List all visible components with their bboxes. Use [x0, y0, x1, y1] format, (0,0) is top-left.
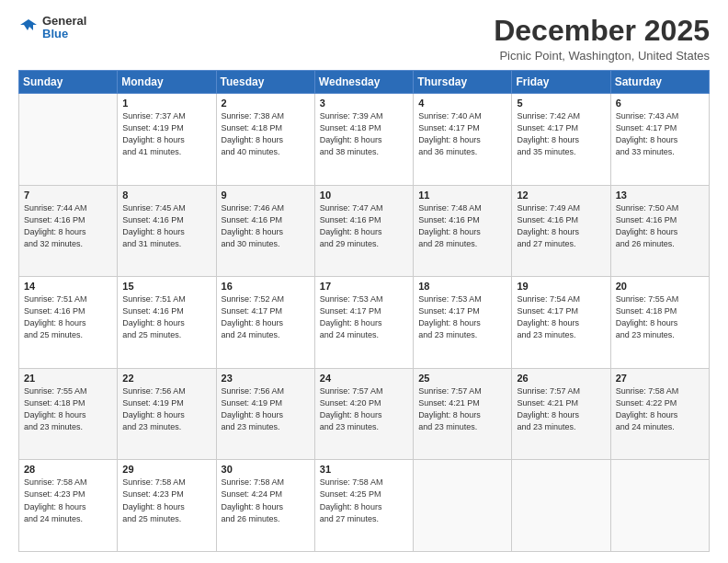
- day-info: Sunrise: 7:45 AMSunset: 4:16 PMDaylight:…: [122, 202, 211, 250]
- day-number: 18: [418, 281, 507, 292]
- day-number: 31: [320, 464, 409, 475]
- day-info: Sunrise: 7:49 AMSunset: 4:16 PMDaylight:…: [517, 202, 606, 250]
- day-info: Sunrise: 7:57 AMSunset: 4:21 PMDaylight:…: [517, 385, 606, 433]
- day-info: Sunrise: 7:39 AMSunset: 4:18 PMDaylight:…: [320, 110, 409, 158]
- day-number: 9: [222, 190, 311, 201]
- day-number: 27: [616, 373, 705, 384]
- calendar-cell: 10Sunrise: 7:47 AMSunset: 4:16 PMDayligh…: [314, 185, 413, 277]
- day-number: 1: [122, 98, 211, 109]
- calendar-cell: [414, 460, 512, 552]
- day-info: Sunrise: 7:51 AMSunset: 4:16 PMDaylight:…: [24, 293, 113, 341]
- header-tuesday: Tuesday: [216, 71, 314, 94]
- calendar-cell: 11Sunrise: 7:48 AMSunset: 4:16 PMDayligh…: [414, 185, 512, 277]
- week-row-4: 21Sunrise: 7:55 AMSunset: 4:18 PMDayligh…: [19, 368, 710, 460]
- week-row-1: 1Sunrise: 7:37 AMSunset: 4:19 PMDaylight…: [19, 94, 710, 186]
- logo-text: General Blue: [42, 15, 86, 41]
- day-number: 14: [24, 281, 113, 292]
- calendar-cell: 21Sunrise: 7:55 AMSunset: 4:18 PMDayligh…: [19, 368, 118, 460]
- title-block: December 2025 Picnic Point, Washington, …: [494, 15, 710, 63]
- day-number: 15: [122, 281, 211, 292]
- day-number: 23: [222, 373, 311, 384]
- day-number: 20: [616, 281, 705, 292]
- day-info: Sunrise: 7:47 AMSunset: 4:16 PMDaylight:…: [320, 202, 409, 250]
- logo-general: General: [42, 15, 86, 28]
- day-number: 6: [616, 98, 705, 109]
- day-number: 17: [320, 281, 409, 292]
- calendar-cell: 12Sunrise: 7:49 AMSunset: 4:16 PMDayligh…: [512, 185, 610, 277]
- day-info: Sunrise: 7:46 AMSunset: 4:16 PMDaylight:…: [222, 202, 311, 250]
- day-info: Sunrise: 7:58 AMSunset: 4:23 PMDaylight:…: [122, 477, 211, 524]
- day-info: Sunrise: 7:52 AMSunset: 4:17 PMDaylight:…: [222, 293, 311, 341]
- day-number: 4: [418, 98, 507, 109]
- header: General Blue December 2025 Picnic Point,…: [18, 15, 710, 63]
- calendar-cell: 8Sunrise: 7:45 AMSunset: 4:16 PMDaylight…: [118, 185, 216, 277]
- calendar-cell: 31Sunrise: 7:58 AMSunset: 4:25 PMDayligh…: [314, 460, 413, 552]
- day-info: Sunrise: 7:40 AMSunset: 4:17 PMDaylight:…: [418, 110, 507, 158]
- day-number: 16: [222, 281, 311, 292]
- calendar-cell: 28Sunrise: 7:58 AMSunset: 4:23 PMDayligh…: [19, 460, 118, 552]
- day-info: Sunrise: 7:53 AMSunset: 4:17 PMDaylight:…: [320, 293, 409, 341]
- calendar-cell: 20Sunrise: 7:55 AMSunset: 4:18 PMDayligh…: [610, 277, 709, 369]
- day-number: 19: [517, 281, 606, 292]
- calendar-cell: 18Sunrise: 7:53 AMSunset: 4:17 PMDayligh…: [414, 277, 512, 369]
- day-number: 13: [616, 190, 705, 201]
- day-info: Sunrise: 7:58 AMSunset: 4:23 PMDaylight:…: [24, 477, 113, 524]
- day-info: Sunrise: 7:58 AMSunset: 4:25 PMDaylight:…: [320, 477, 409, 524]
- day-info: Sunrise: 7:57 AMSunset: 4:21 PMDaylight:…: [418, 385, 507, 433]
- day-number: 28: [24, 464, 113, 475]
- day-number: 8: [122, 190, 211, 201]
- day-info: Sunrise: 7:55 AMSunset: 4:18 PMDaylight:…: [616, 293, 705, 341]
- day-number: 10: [320, 190, 409, 201]
- day-info: Sunrise: 7:57 AMSunset: 4:20 PMDaylight:…: [320, 385, 409, 433]
- header-thursday: Thursday: [414, 71, 512, 94]
- day-info: Sunrise: 7:43 AMSunset: 4:17 PMDaylight:…: [616, 110, 705, 158]
- day-number: 7: [24, 190, 113, 201]
- calendar-cell: 30Sunrise: 7:58 AMSunset: 4:24 PMDayligh…: [216, 460, 314, 552]
- day-info: Sunrise: 7:51 AMSunset: 4:16 PMDaylight:…: [122, 293, 211, 341]
- day-info: Sunrise: 7:44 AMSunset: 4:16 PMDaylight:…: [24, 202, 113, 250]
- calendar-cell: 24Sunrise: 7:57 AMSunset: 4:20 PMDayligh…: [314, 368, 413, 460]
- calendar-cell: 13Sunrise: 7:50 AMSunset: 4:16 PMDayligh…: [610, 185, 709, 277]
- week-row-3: 14Sunrise: 7:51 AMSunset: 4:16 PMDayligh…: [19, 277, 710, 369]
- calendar-cell: 2Sunrise: 7:38 AMSunset: 4:18 PMDaylight…: [216, 94, 314, 186]
- calendar-cell: 17Sunrise: 7:53 AMSunset: 4:17 PMDayligh…: [314, 277, 413, 369]
- day-info: Sunrise: 7:55 AMSunset: 4:18 PMDaylight:…: [24, 385, 113, 433]
- day-number: 25: [418, 373, 507, 384]
- header-sunday: Sunday: [19, 71, 118, 94]
- day-number: 26: [517, 373, 606, 384]
- header-friday: Friday: [512, 71, 610, 94]
- header-wednesday: Wednesday: [314, 71, 413, 94]
- day-number: 12: [517, 190, 606, 201]
- day-number: 5: [517, 98, 606, 109]
- calendar-cell: [19, 94, 118, 186]
- day-number: 30: [222, 464, 311, 475]
- calendar-cell: 16Sunrise: 7:52 AMSunset: 4:17 PMDayligh…: [216, 277, 314, 369]
- day-number: 2: [222, 98, 311, 109]
- calendar-cell: 26Sunrise: 7:57 AMSunset: 4:21 PMDayligh…: [512, 368, 610, 460]
- calendar-header-row: SundayMondayTuesdayWednesdayThursdayFrid…: [19, 71, 710, 94]
- day-number: 29: [122, 464, 211, 475]
- day-info: Sunrise: 7:50 AMSunset: 4:16 PMDaylight:…: [616, 202, 705, 250]
- calendar-cell: 5Sunrise: 7:42 AMSunset: 4:17 PMDaylight…: [512, 94, 610, 186]
- calendar-cell: 23Sunrise: 7:56 AMSunset: 4:19 PMDayligh…: [216, 368, 314, 460]
- subtitle: Picnic Point, Washington, United States: [494, 49, 710, 63]
- day-info: Sunrise: 7:56 AMSunset: 4:19 PMDaylight:…: [222, 385, 311, 433]
- day-info: Sunrise: 7:54 AMSunset: 4:17 PMDaylight:…: [517, 293, 606, 341]
- svg-marker-0: [20, 19, 37, 30]
- calendar-table: SundayMondayTuesdayWednesdayThursdayFrid…: [18, 70, 710, 552]
- week-row-2: 7Sunrise: 7:44 AMSunset: 4:16 PMDaylight…: [19, 185, 710, 277]
- calendar-cell: 4Sunrise: 7:40 AMSunset: 4:17 PMDaylight…: [414, 94, 512, 186]
- calendar-cell: 6Sunrise: 7:43 AMSunset: 4:17 PMDaylight…: [610, 94, 709, 186]
- calendar-cell: 7Sunrise: 7:44 AMSunset: 4:16 PMDaylight…: [19, 185, 118, 277]
- calendar-cell: [610, 460, 709, 552]
- calendar-cell: 1Sunrise: 7:37 AMSunset: 4:19 PMDaylight…: [118, 94, 216, 186]
- day-info: Sunrise: 7:58 AMSunset: 4:22 PMDaylight:…: [616, 385, 705, 433]
- day-number: 11: [418, 190, 507, 201]
- calendar-cell: 3Sunrise: 7:39 AMSunset: 4:18 PMDaylight…: [314, 94, 413, 186]
- day-info: Sunrise: 7:37 AMSunset: 4:19 PMDaylight:…: [122, 110, 211, 158]
- calendar-cell: 15Sunrise: 7:51 AMSunset: 4:16 PMDayligh…: [118, 277, 216, 369]
- calendar-cell: 22Sunrise: 7:56 AMSunset: 4:19 PMDayligh…: [118, 368, 216, 460]
- calendar-cell: 14Sunrise: 7:51 AMSunset: 4:16 PMDayligh…: [19, 277, 118, 369]
- day-info: Sunrise: 7:58 AMSunset: 4:24 PMDaylight:…: [222, 477, 311, 524]
- calendar-cell: 19Sunrise: 7:54 AMSunset: 4:17 PMDayligh…: [512, 277, 610, 369]
